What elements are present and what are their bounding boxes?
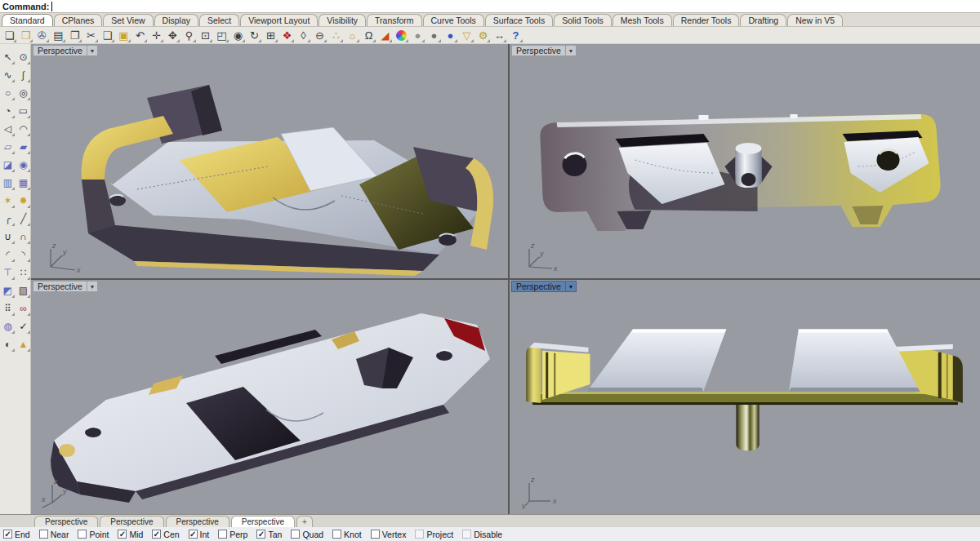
layer-wedge-icon[interactable]: ◢ — [378, 29, 392, 42]
viewport-dropdown-icon[interactable]: ▼ — [565, 282, 576, 291]
tab-visibility[interactable]: Visibility — [318, 14, 366, 26]
viewport-canvas-top-left[interactable] — [31, 44, 508, 278]
color-wheel-icon[interactable] — [394, 29, 408, 42]
osnap-cen[interactable]: ✓Cen — [152, 530, 179, 539]
selection-filter-icon[interactable]: ▽ — [460, 29, 474, 42]
osnap-project[interactable]: Project — [415, 530, 453, 539]
print-icon[interactable]: ▤ — [51, 29, 65, 42]
osnap-disable[interactable]: Disable — [462, 530, 502, 539]
surface-plane-icon[interactable]: ▱ — [0, 138, 16, 156]
rotate-view-icon[interactable]: ✥ — [166, 29, 180, 42]
rendered-viewport-icon[interactable]: ● — [427, 29, 441, 42]
checkbox-cen[interactable]: ✓ — [152, 530, 161, 539]
block-link-icon[interactable]: ∞ — [16, 299, 31, 317]
osnap-knot[interactable]: Knot — [332, 530, 362, 539]
checkbox-quad[interactable] — [291, 530, 300, 539]
check-select-icon[interactable]: ✓ — [16, 317, 31, 335]
fillet-curves-icon[interactable]: ◜ — [0, 246, 16, 264]
lock-icon[interactable]: Ω — [362, 29, 376, 42]
osnap-vertex[interactable]: Vertex — [371, 530, 407, 539]
checkbox-mid[interactable]: ✓ — [118, 530, 127, 539]
fillet-edge-icon[interactable]: ╭ — [0, 210, 16, 228]
pan-icon[interactable]: ✛ — [149, 29, 163, 42]
checkbox-near[interactable] — [39, 530, 48, 539]
curve-tools-icon[interactable]: ◠ — [16, 120, 31, 138]
viewport-title-top-right[interactable]: Perspective ▼ — [511, 45, 577, 56]
cplane-world-icon[interactable]: ⊖ — [313, 29, 327, 42]
viewport-dropdown-icon[interactable]: ▼ — [565, 46, 576, 55]
checkbox-perp[interactable] — [218, 530, 227, 539]
zoom-extents-icon[interactable]: ◰ — [215, 29, 229, 42]
tab-display[interactable]: Display — [154, 14, 198, 26]
cut-icon[interactable]: ✂ — [84, 29, 98, 42]
solid-tools-icon[interactable]: ◩ — [0, 282, 16, 299]
osnap-perp[interactable]: Perp — [218, 530, 247, 539]
osnap-mid[interactable]: ✓Mid — [118, 530, 143, 539]
tab-mesh-tools[interactable]: Mesh Tools — [612, 14, 672, 26]
tab-cplanes[interactable]: CPlanes — [54, 14, 103, 26]
dimension-icon[interactable]: ↔ — [492, 29, 506, 42]
open-file-icon[interactable]: ❒ — [19, 29, 33, 42]
zoom-window-icon[interactable]: ⊡ — [198, 29, 212, 42]
paste-icon[interactable]: ▣ — [117, 29, 131, 42]
circle-tool-icon[interactable]: ○ — [0, 84, 16, 102]
polygon-tool-icon[interactable]: ◁ — [0, 120, 16, 138]
tab-set-view[interactable]: Set View — [103, 14, 153, 26]
viewport-canvas-bottom-left[interactable] — [31, 280, 508, 514]
checkbox-knot[interactable] — [332, 530, 341, 539]
ellipse-tool-icon[interactable]: ◎ — [16, 84, 31, 102]
viewport-tab-2[interactable]: Perspective — [100, 516, 163, 527]
checkbox-point[interactable] — [78, 530, 87, 539]
render-icon[interactable]: ● — [443, 29, 457, 42]
undo-view-icon[interactable]: ↻ — [247, 29, 261, 42]
viewport-layout-icon[interactable]: ⊞ — [264, 29, 278, 42]
command-input[interactable] — [51, 1, 980, 12]
chamfer-edge-icon[interactable]: ╱ — [16, 210, 31, 228]
save-icon[interactable]: ✇ — [35, 29, 49, 42]
osnap-int[interactable]: ✓Int — [189, 530, 210, 539]
export-icon[interactable]: ❐ — [68, 29, 82, 42]
osnap-tan[interactable]: ✓Tan — [256, 530, 282, 539]
copy-points-icon[interactable]: ∷ — [16, 264, 31, 282]
add-viewport-tab-button[interactable]: + — [296, 516, 313, 527]
named-views-icon[interactable]: ❖ — [280, 29, 294, 42]
object-snaps-icon[interactable]: ∴ — [329, 29, 343, 42]
tab-standard[interactable]: Standard — [2, 14, 53, 26]
control-point-curve-icon[interactable]: ∫ — [16, 66, 31, 84]
point-tool-icon[interactable]: ⊙ — [16, 48, 31, 66]
rectangle-tool-icon[interactable]: ▭ — [16, 102, 31, 120]
surface-loft-icon[interactable]: ▰ — [16, 138, 31, 156]
help-icon[interactable]: ? — [509, 29, 523, 42]
tab-select[interactable]: Select — [199, 14, 239, 26]
set-cplane-icon[interactable]: ◊ — [296, 29, 310, 42]
roll-tool-icon[interactable]: ◍ — [0, 317, 16, 335]
blend-curves-icon[interactable]: ◝ — [16, 246, 31, 264]
viewport-tab-3[interactable]: Perspective — [166, 516, 229, 527]
mesh-tool-icon[interactable]: ▦ — [16, 174, 31, 192]
boolean-union-icon[interactable]: ∪ — [0, 228, 16, 246]
lights-icon[interactable]: ☼ — [345, 29, 359, 42]
explode-blocks-icon[interactable]: ✹ — [16, 192, 31, 210]
tab-viewport-layout[interactable]: Viewport Layout — [240, 14, 318, 26]
viewport-title-top-left[interactable]: Perspective ▼ — [33, 45, 98, 56]
checkbox-int[interactable]: ✓ — [189, 530, 198, 539]
arc-tool-icon[interactable]: ◔ — [0, 102, 16, 120]
extrude-tool-icon[interactable]: ⊤ — [0, 264, 16, 282]
box-tool-icon[interactable]: ◪ — [0, 156, 16, 174]
visibility-tool-icon[interactable]: ▨ — [16, 282, 31, 299]
checkbox-project[interactable] — [415, 530, 424, 539]
osnap-point[interactable]: Point — [78, 530, 109, 539]
curve-tool-icon[interactable]: ∿ — [0, 66, 16, 84]
viewport-title-bottom-left[interactable]: Perspective ▼ — [33, 281, 98, 292]
viewport-tab-4[interactable]: Perspective — [231, 516, 295, 527]
boolean-difference-icon[interactable]: ∩ — [16, 228, 31, 246]
zoom-selected-icon[interactable]: ◉ — [231, 29, 245, 42]
tab-transform[interactable]: Transform — [367, 14, 421, 26]
tab-render-tools[interactable]: Render Tools — [673, 14, 740, 26]
viewport-title-bottom-right[interactable]: Perspective ▼ — [511, 281, 577, 292]
tab-solid-tools[interactable]: Solid Tools — [554, 14, 612, 26]
tab-curve-tools[interactable]: Curve Tools — [423, 14, 484, 26]
osnap-end[interactable]: ✓End — [3, 530, 30, 539]
select-tool-icon[interactable]: ↖ — [0, 48, 16, 66]
viewport-tab-1[interactable]: Perspective — [34, 516, 98, 527]
